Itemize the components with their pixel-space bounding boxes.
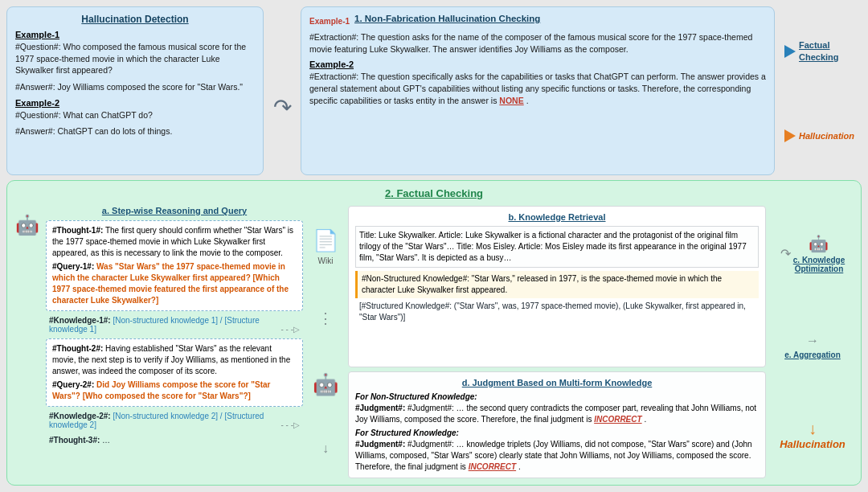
- hallucination-final-text: Hallucination: [780, 438, 845, 450]
- kr-non-structured: #Non-Structured Knowledge#: "Star Wars,"…: [355, 271, 759, 298]
- hallucination-arrow: [784, 129, 796, 142]
- robot-left-icon: 🤖: [15, 214, 39, 236]
- hd-example2-answer: #Answer#: ChatGPT can do lots of things.: [15, 125, 255, 137]
- curved-arrow-icon: ↷: [273, 94, 292, 121]
- nf-none-label: NONE: [499, 96, 523, 105]
- middle-connector: 📄 Wiki ⋮ 🤖 ↓: [309, 206, 342, 478]
- aggregation-block: → e. Aggregation: [784, 334, 841, 359]
- aggregation-arrow-right: →: [806, 334, 819, 348]
- nf-title: 1. Non-Fabrication Hallucination Checkin…: [354, 14, 540, 23]
- robot-left-container: 🤖: [15, 206, 39, 478]
- hd-example1-label: Example-1: [15, 30, 255, 39]
- judgment-box: d. Judgment Based on Multi-form Knowledg…: [348, 371, 766, 478]
- knowledge2-dots: - - -▷: [280, 420, 300, 429]
- judgment-structured: For Structured Knowledge: #Judgment#: #J…: [355, 428, 759, 473]
- factual-checking-label: FactualChecking: [784, 39, 839, 63]
- hallucination-final-block: ↓ Hallucination: [780, 420, 845, 450]
- top-section: Hallucination Detection Example-1 #Quest…: [6, 6, 862, 175]
- knowledge2-line: #Knowledge-2#: [Non-structured knowledge…: [46, 410, 303, 431]
- right-col: b. Knowledge Retrieval Title: Luke Skywa…: [348, 206, 766, 478]
- kr-structured-content: [#Structured Knowledge#: ("Star Wars", w…: [359, 301, 746, 322]
- hallucination-text-top: Hallucination: [799, 131, 854, 141]
- thought1-text: #Thought-1#: The first query should conf…: [52, 225, 297, 259]
- main-container: Hallucination Detection Example-1 #Quest…: [0, 0, 868, 492]
- nf-extraction2-text: #Extraction#: The question specifically …: [309, 72, 766, 105]
- arrow-down-orange: ↓: [809, 420, 817, 438]
- query1-line: #Query-1#: Was "Star Wars" the 1977 spac…: [52, 261, 297, 306]
- nf-extraction1: #Extraction#: The question asks for the …: [309, 31, 766, 55]
- factual-checking-arrow: [784, 45, 796, 58]
- j-ns-incorrect: INCORRECT: [594, 415, 641, 424]
- robot-right-icon: 🤖: [809, 234, 829, 253]
- top-middle-connector: ↷: [270, 6, 294, 175]
- nf-header: Example-1 1. Non-Fabrication Hallucinati…: [309, 14, 766, 28]
- judgment-title: d. Judgment Based on Multi-form Knowledg…: [355, 377, 759, 389]
- judgment-non-structured: For Non-Structured Knowledge: #Judgment#…: [355, 392, 759, 425]
- hd-example1-question: #Question#: Who composed the famous musi…: [15, 41, 255, 76]
- thought3-content: …: [102, 436, 110, 445]
- knowledge-opt-block: 🤖 c. KnowledgeOptimization: [793, 234, 845, 273]
- knowledge-opt-row: ↷ 🤖 c. KnowledgeOptimization: [780, 234, 845, 273]
- top-right-labels: FactualChecking Hallucination: [781, 6, 862, 175]
- bottom-section: 2. Factual Checking 🤖 a. Step-wise Reaso…: [6, 180, 862, 486]
- knowledge1-line: #Knowledge-1#: [Non-structured knowledge…: [46, 314, 303, 335]
- j-ns-text: #Judgment#: … the second query contradic…: [355, 404, 756, 424]
- factual-checking-text: FactualChecking: [799, 39, 839, 63]
- kr-structured: [#Structured Knowledge#: ("Star Wars", w…: [355, 298, 759, 326]
- knowledge-retrieval-title: b. Knowledge Retrieval: [355, 211, 759, 223]
- wiki-section: 📄 Wiki: [313, 228, 338, 265]
- j-s-end: .: [518, 462, 521, 471]
- thought2-box: #Thought-2#: Having established "Star Wa…: [46, 338, 303, 407]
- knowledge-retrieval-box: b. Knowledge Retrieval Title: Luke Skywa…: [348, 206, 766, 367]
- hd-example2-label: Example-2: [15, 98, 255, 108]
- thought1-box: #Thought-1#: The first query should conf…: [46, 220, 303, 311]
- thought2-text: #Thought-2#: Having established "Star Wa…: [52, 343, 297, 377]
- arrow-down-middle: ↓: [322, 441, 329, 456]
- j-s-text: #Judgment#: … knowledge triplets (Joy Wi…: [355, 440, 752, 471]
- robot-middle-icon: 🤖: [313, 372, 338, 397]
- nf-extraction2-end: .: [526, 96, 529, 105]
- knowledge1-dots: - - -▷: [280, 325, 300, 334]
- aggregation-text: e. Aggregation: [784, 351, 841, 359]
- thought3-line: #Thought-3#: …: [46, 434, 303, 446]
- hd-example2-question: #Question#: What can ChatGPT do?: [15, 109, 255, 121]
- hallucination-label-top: Hallucination: [784, 129, 854, 142]
- bottom-title: 2. Factual Checking: [15, 187, 853, 199]
- hallucination-detection-title: Hallucination Detection: [15, 14, 255, 25]
- bottom-content: 🤖 a. Step-wise Reasoning and Query #Thou…: [15, 206, 853, 478]
- wiki-label: Wiki: [318, 256, 334, 265]
- j-s-title: For Structured Knowledge:: [355, 428, 459, 437]
- hallucination-detection-box: Hallucination Detection Example-1 #Quest…: [6, 6, 264, 175]
- stepwise-col: a. Step-wise Reasoning and Query #Though…: [46, 206, 303, 478]
- nf-example2-label: Example-2: [309, 59, 766, 69]
- non-fabrication-box: Example-1 1. Non-Fabrication Hallucinati…: [301, 6, 775, 175]
- kr-text1-content: Title: Luke Skywalker. Article: Luke Sky…: [359, 231, 747, 262]
- kr-non-structured-content: #Non-Structured Knowledge#: "Star Wars,"…: [362, 274, 722, 294]
- dots-connector: ⋮: [318, 310, 333, 327]
- far-right-col: ↷ 🤖 c. KnowledgeOptimization → e. Aggreg…: [772, 206, 853, 478]
- kr-text1: Title: Luke Skywalker. Article: Luke Sky…: [355, 226, 759, 268]
- j-s-incorrect: INCORRECT: [469, 462, 516, 471]
- j-ns-title: For Non-Structured Knowledge:: [355, 392, 477, 401]
- j-s-content: #Judgment#: #Judgment#: … knowledge trip…: [355, 439, 759, 473]
- nf-example-1-label: Example-1: [309, 17, 350, 26]
- nf-extraction2: #Extraction#: The question specifically …: [309, 71, 766, 106]
- knowledge-opt-text: c. KnowledgeOptimization: [793, 256, 845, 273]
- stepwise-title: a. Step-wise Reasoning and Query: [46, 206, 303, 215]
- wiki-icon: 📄: [313, 228, 338, 253]
- curve-arrow-right: ↷: [780, 246, 791, 261]
- j-ns-content: #Judgment#: #Judgment#: … the second que…: [355, 403, 759, 425]
- hd-example1-answer: #Answer#: Joy Williams composed the scor…: [15, 81, 255, 93]
- query2-line: #Query-2#: Did Joy Williams compose the …: [52, 379, 297, 402]
